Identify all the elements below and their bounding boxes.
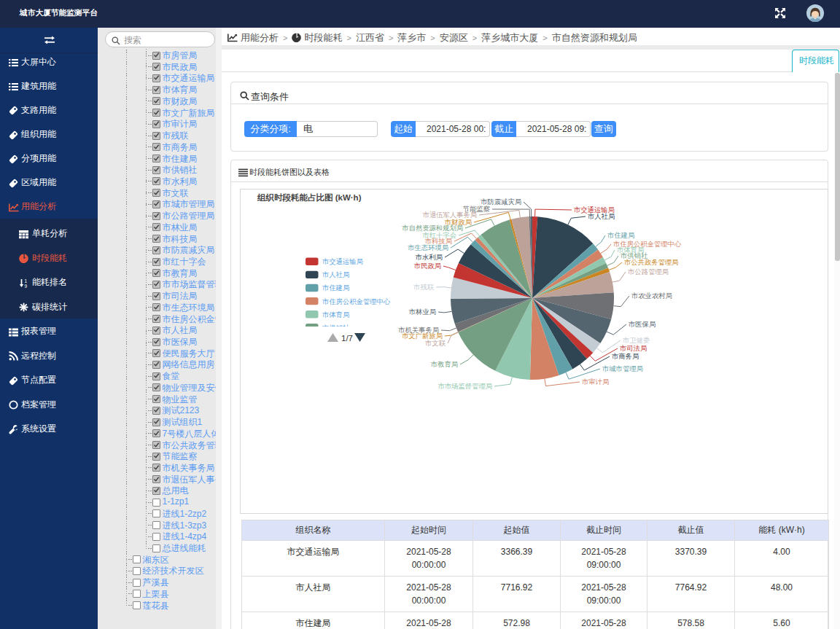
svg-text:市红十字会: 市红十字会 [422,232,456,239]
svg-text:市人社局: 市人社局 [322,271,349,278]
svg-text:组织时段耗能占比图 (kW·h): 组织时段耗能占比图 (kW·h) [257,193,362,202]
svg-text:市财政局: 市财政局 [444,219,472,226]
svg-text:市农业农村局: 市农业农村局 [631,292,672,300]
svg-text:市体育局: 市体育局 [322,310,349,319]
svg-text:市民政局: 市民政局 [413,262,441,270]
svg-text:市审计局: 市审计局 [581,378,609,386]
svg-text:市残联: 市残联 [413,284,435,291]
svg-text:市公路管理局: 市公路管理局 [627,268,669,276]
svg-text:市住建局: 市住建局 [607,232,634,239]
svg-text:1/7: 1/7 [341,334,353,343]
svg-text:市商务局: 市商务局 [611,353,639,360]
svg-text:市机关事务局: 市机关事务局 [397,327,439,334]
svg-text:9: 9 [25,283,28,288]
svg-text:市市场监督管理局: 市市场监督管理局 [438,383,492,390]
svg-text:市供销社: 市供销社 [322,324,350,332]
svg-text:市住房公积金管理中心: 市住房公积金管理中心 [322,297,391,305]
svg-text:市医保局: 市医保局 [628,321,656,328]
svg-text:市防震减灾局: 市防震减灾局 [480,198,521,206]
svg-text:市住建局: 市住建局 [322,284,349,292]
svg-text:市林业局: 市林业局 [408,308,436,316]
svg-text:市水利局: 市水利局 [415,254,443,261]
svg-text:市生态环境局: 市生态环境局 [407,244,448,251]
svg-text:市教育局: 市教育局 [430,360,458,368]
svg-text:市司法局: 市司法局 [619,345,647,352]
svg-text:节能监察: 节能监察 [463,206,490,213]
svg-text:市卫健委: 市卫健委 [622,337,650,344]
svg-text:市交通运输局: 市交通运输局 [322,257,363,265]
svg-text:市人社局: 市人社局 [587,213,615,220]
svg-text:市城市管理局: 市城市管理局 [602,365,643,372]
svg-text:市公共政务管理局: 市公共政务管理局 [623,259,678,266]
svg-text:市文联: 市文联 [424,340,446,347]
